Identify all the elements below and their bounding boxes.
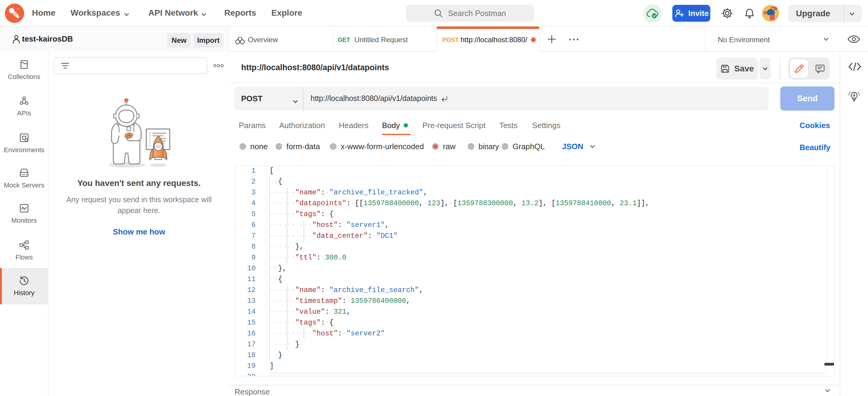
svg-text:</>: </> bbox=[156, 145, 161, 149]
